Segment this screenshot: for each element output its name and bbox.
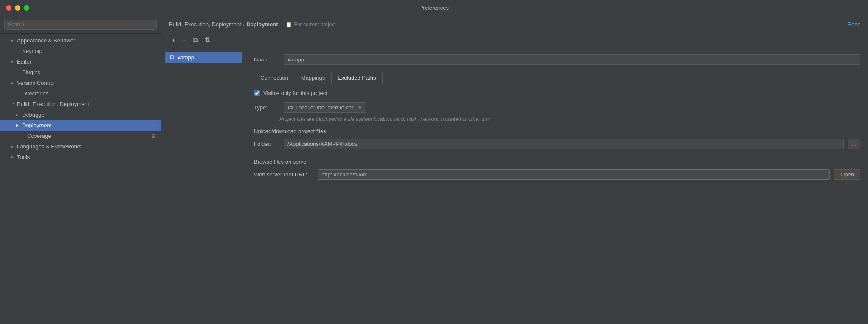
breadcrumb-part1: Build, Execution, Deployment	[169, 21, 241, 28]
arrow-icon	[20, 134, 26, 138]
sidebar-item-languages[interactable]: ► Languages & Frameworks	[0, 141, 161, 152]
visible-only-row: Visible only for this project	[254, 90, 860, 96]
details-panel: Name: Connection Mappings Excluded Paths…	[246, 48, 868, 324]
for-current-project: 📋 For current project	[286, 22, 336, 28]
minimize-button[interactable]	[15, 5, 20, 11]
web-server-label: Web server root URL:	[254, 171, 313, 178]
folder-label: Folder:	[254, 141, 279, 147]
tab-connection[interactable]: Connection	[254, 72, 295, 84]
content-header: Build, Execution, Deployment › Deploymen…	[161, 16, 868, 32]
sidebar-nav: ► Appearance & Behavior Keymap ► Editor …	[0, 34, 161, 324]
deployment-action-icon: ⊞	[152, 123, 156, 128]
sidebar: ► Appearance & Behavior Keymap ► Editor …	[0, 16, 161, 324]
sidebar-item-version-control[interactable]: ► Version Control	[0, 78, 161, 88]
type-value: Local or mounted folder	[296, 104, 354, 111]
for-current-project-label: For current project	[294, 22, 336, 28]
arrow-icon: ►	[10, 144, 16, 149]
browse-button[interactable]: ...	[848, 139, 860, 149]
visible-only-checkbox[interactable]	[254, 90, 260, 96]
maximize-button[interactable]	[24, 5, 29, 11]
sidebar-item-coverage[interactable]: Coverage ⊞	[0, 131, 161, 141]
reset-button[interactable]: Rese	[848, 21, 860, 28]
sidebar-item-tools[interactable]: ► Tools	[0, 152, 161, 162]
sidebar-item-debugger[interactable]: ► Debugger	[0, 109, 161, 120]
remove-server-button[interactable]: −	[180, 35, 189, 45]
web-server-input[interactable]	[318, 169, 830, 180]
project-icon: 📋	[286, 22, 292, 28]
type-label: Type:	[254, 104, 279, 111]
coverage-action-icon: ⊞	[152, 133, 156, 139]
tab-mappings[interactable]: Mappings	[295, 72, 331, 84]
sidebar-item-plugins[interactable]: Plugins	[0, 67, 161, 78]
titlebar: Preferences	[0, 0, 868, 16]
content-panel: Build, Execution, Deployment › Deploymen…	[161, 16, 868, 324]
toolbar: + − ⧉ ⇅	[161, 32, 868, 48]
add-server-button[interactable]: +	[169, 35, 178, 45]
dropdown-arrow-icon: ▼	[358, 105, 362, 110]
sidebar-item-keymap[interactable]: Keymap	[0, 46, 161, 56]
close-button[interactable]	[6, 5, 11, 11]
arrow-icon: ►	[10, 81, 16, 85]
move-server-button[interactable]: ⇅	[202, 35, 213, 45]
sidebar-item-build-execution[interactable]: ▼ Build, Execution, Deployment	[0, 99, 161, 109]
breadcrumb-current: Deployment	[246, 21, 278, 28]
webserver-row: Web server root URL: Open	[254, 169, 860, 180]
web-section-title: Browse files on server	[254, 159, 860, 165]
main-layout: ► Appearance & Behavior Keymap ► Editor …	[0, 16, 868, 324]
breadcrumb: Build, Execution, Deployment › Deploymen…	[169, 21, 278, 28]
folder-row: Folder: ...	[254, 139, 860, 149]
open-button[interactable]: Open	[834, 169, 860, 180]
window-title: Preferences	[419, 5, 449, 11]
server-entry[interactable]: 🖥 xampp	[165, 52, 242, 63]
name-row: Name:	[254, 54, 860, 65]
sidebar-item-appearance[interactable]: ► Appearance & Behavior	[0, 35, 161, 46]
copy-server-button[interactable]: ⧉	[191, 35, 200, 45]
visible-only-label: Visible only for this project	[263, 90, 327, 96]
arrow-icon	[15, 91, 21, 96]
server-icon: 🖥	[169, 54, 175, 61]
window-controls	[6, 5, 29, 11]
arrow-icon	[15, 49, 21, 53]
arrow-icon: ►	[10, 155, 16, 159]
arrow-icon: ►	[10, 59, 16, 64]
arrow-icon	[15, 70, 21, 75]
arrow-icon: ►	[15, 123, 21, 128]
search-bar	[0, 16, 161, 34]
name-label: Name:	[254, 56, 279, 63]
type-hint: Project files are deployed to a file sys…	[279, 116, 860, 122]
tab-excluded-paths[interactable]: Excluded Paths	[331, 72, 382, 84]
type-folder-icon: 🗂	[287, 104, 293, 111]
name-input[interactable]	[284, 54, 860, 65]
sidebar-item-directories[interactable]: Directories	[0, 88, 161, 99]
arrow-icon: ►	[10, 38, 16, 43]
tabs: Connection Mappings Excluded Paths	[254, 72, 860, 84]
folder-input[interactable]	[284, 139, 844, 149]
arrow-icon: ►	[15, 112, 21, 117]
type-select[interactable]: 🗂 Local or mounted folder ▼	[284, 102, 366, 113]
upload-section-title: Upload/download project files	[254, 128, 860, 134]
sidebar-item-deployment[interactable]: ► Deployment ⊞	[0, 120, 161, 131]
breadcrumb-separator: ›	[243, 21, 245, 28]
server-name: xampp	[178, 54, 194, 61]
arrow-open-icon: ▼	[11, 101, 16, 107]
sidebar-item-editor[interactable]: ► Editor	[0, 56, 161, 67]
type-row: Type: 🗂 Local or mounted folder ▼	[254, 102, 860, 113]
search-input[interactable]	[4, 20, 157, 30]
